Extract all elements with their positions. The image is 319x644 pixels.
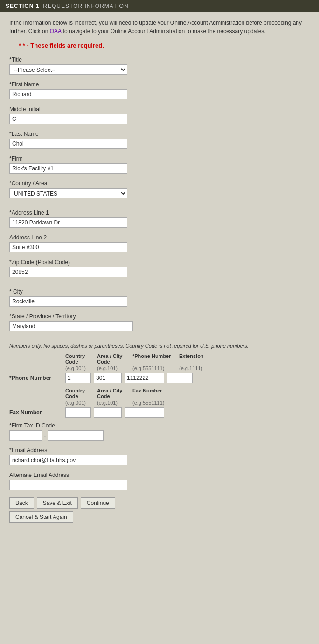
state-label: *State / Province / Territory bbox=[9, 313, 310, 320]
country-select[interactable]: UNITED STATES bbox=[9, 188, 127, 198]
tax-id-field-group: *Firm Tax ID Code - bbox=[9, 422, 310, 441]
first-name-label: *First Name bbox=[9, 81, 310, 88]
first-name-field-group: *First Name bbox=[9, 81, 310, 99]
state-field-group: *State / Province / Territory bbox=[9, 313, 310, 331]
phone-area-header: Area / City Code bbox=[97, 353, 132, 364]
firm-label: *Firm bbox=[9, 155, 310, 162]
middle-initial-field-group: Middle Initial bbox=[9, 106, 310, 124]
fax-col-headers: Country Code Area / City Code Fax Number bbox=[65, 388, 310, 399]
middle-initial-input[interactable] bbox=[9, 114, 127, 124]
last-name-label: *Last Name bbox=[9, 131, 310, 137]
fax-example-row: (e.g.001) (e.g.101) (e.g.5551111) bbox=[65, 400, 310, 406]
phone-cc-example: (e.g.001) bbox=[65, 365, 97, 371]
section-num: SECTION 1 bbox=[6, 3, 39, 9]
tax-id-label: *Firm Tax ID Code bbox=[9, 422, 310, 429]
zip-label: *Zip Code (Postal Code) bbox=[9, 259, 310, 266]
title-label: *Title bbox=[9, 56, 310, 63]
city-input[interactable] bbox=[9, 296, 127, 307]
phone-ext-header: Extension bbox=[179, 353, 212, 364]
address1-label: *Address Line 1 bbox=[9, 210, 310, 216]
tax-id-separator: - bbox=[44, 432, 46, 439]
button-row-1: Back Save & Exit Continue bbox=[9, 497, 310, 509]
fax-area-header: Area / City Code bbox=[97, 388, 132, 399]
oaa-link[interactable]: OAA bbox=[50, 28, 62, 35]
phone-label: *Phone Number bbox=[9, 375, 65, 382]
address1-input[interactable] bbox=[9, 217, 127, 228]
email-input[interactable] bbox=[9, 455, 127, 465]
first-name-input[interactable] bbox=[9, 89, 127, 99]
title-field-group: *Title --Please Select-- Dr. Mr. Mrs. Ms… bbox=[9, 56, 310, 75]
zip-input[interactable] bbox=[9, 267, 127, 277]
address2-field-group: Address Line 2 bbox=[9, 234, 310, 252]
phone-col-headers: Country Code Area / City Code *Phone Num… bbox=[65, 353, 310, 364]
phone-ext-input[interactable] bbox=[167, 373, 193, 383]
fax-num-input[interactable] bbox=[125, 407, 164, 418]
firm-field-group: *Firm bbox=[9, 155, 310, 174]
phone-note: Numbers only. No spaces, dashes or paren… bbox=[9, 343, 310, 350]
country-label: *Country / Area bbox=[9, 180, 310, 187]
cancel-start-again-button[interactable]: Cancel & Start Again bbox=[9, 511, 73, 523]
fax-cc-example: (e.g.001) bbox=[65, 400, 97, 406]
zip-field-group: *Zip Code (Postal Code) bbox=[9, 259, 310, 277]
alt-email-label: Alternate Email Address bbox=[9, 472, 310, 478]
address2-input[interactable] bbox=[9, 242, 127, 252]
city-label: * City bbox=[9, 288, 310, 295]
title-select[interactable]: --Please Select-- Dr. Mr. Mrs. Ms. bbox=[9, 64, 127, 75]
firm-input[interactable] bbox=[9, 163, 127, 174]
alt-email-field-group: Alternate Email Address bbox=[9, 472, 310, 490]
fax-input-row: Fax Number bbox=[9, 407, 310, 418]
last-name-field-group: *Last Name bbox=[9, 131, 310, 149]
phone-cc-input[interactable] bbox=[65, 373, 91, 383]
phone-cc-header: Country Code bbox=[65, 353, 97, 364]
section-title: REQUESTOR INFORMATION bbox=[43, 3, 128, 9]
tax-id-input2[interactable] bbox=[48, 430, 104, 441]
tax-id-input1[interactable] bbox=[9, 430, 42, 441]
phone-input-row: *Phone Number bbox=[9, 373, 310, 383]
tax-id-inputs: - bbox=[9, 430, 310, 441]
fax-area-input[interactable] bbox=[94, 407, 122, 418]
fax-num-example: (e.g.5551111) bbox=[132, 400, 179, 406]
required-note: * * - These fields are required. bbox=[9, 42, 310, 49]
fax-area-example: (e.g.101) bbox=[97, 400, 132, 406]
phone-area-example: (e.g.101) bbox=[97, 365, 132, 371]
fax-num-header: Fax Number bbox=[132, 388, 179, 399]
country-field-group: *Country / Area UNITED STATES bbox=[9, 180, 310, 198]
alt-email-input[interactable] bbox=[9, 480, 127, 490]
phone-example-row: (e.g.001) (e.g.101) (e.g.5551111) (e.g.1… bbox=[65, 365, 310, 371]
email-label: *Email Address bbox=[9, 447, 310, 454]
address1-field-group: *Address Line 1 bbox=[9, 210, 310, 228]
section-header: SECTION 1 REQUESTOR INFORMATION bbox=[0, 0, 319, 12]
info-text: If the information below is incorrect, y… bbox=[9, 19, 310, 35]
last-name-input[interactable] bbox=[9, 139, 127, 149]
phone-num-header: *Phone Number bbox=[132, 353, 179, 364]
phone-ext-example: (e.g.1111) bbox=[179, 365, 212, 371]
city-field-group: * City bbox=[9, 288, 310, 307]
phone-area-input[interactable] bbox=[94, 373, 122, 383]
fax-cc-input[interactable] bbox=[65, 407, 91, 418]
phone-num-input[interactable] bbox=[125, 373, 164, 383]
phone-num-example: (e.g.5551111) bbox=[132, 365, 179, 371]
save-exit-button[interactable]: Save & Exit bbox=[37, 497, 78, 509]
fax-cc-header: Country Code bbox=[65, 388, 97, 399]
button-row-2: Cancel & Start Again bbox=[9, 511, 310, 523]
middle-initial-label: Middle Initial bbox=[9, 106, 310, 112]
continue-button[interactable]: Continue bbox=[81, 497, 115, 509]
address2-label: Address Line 2 bbox=[9, 234, 310, 241]
fax-label: Fax Number bbox=[9, 409, 65, 417]
email-field-group: *Email Address bbox=[9, 447, 310, 465]
back-button[interactable]: Back bbox=[9, 497, 34, 509]
state-input[interactable] bbox=[9, 321, 133, 331]
